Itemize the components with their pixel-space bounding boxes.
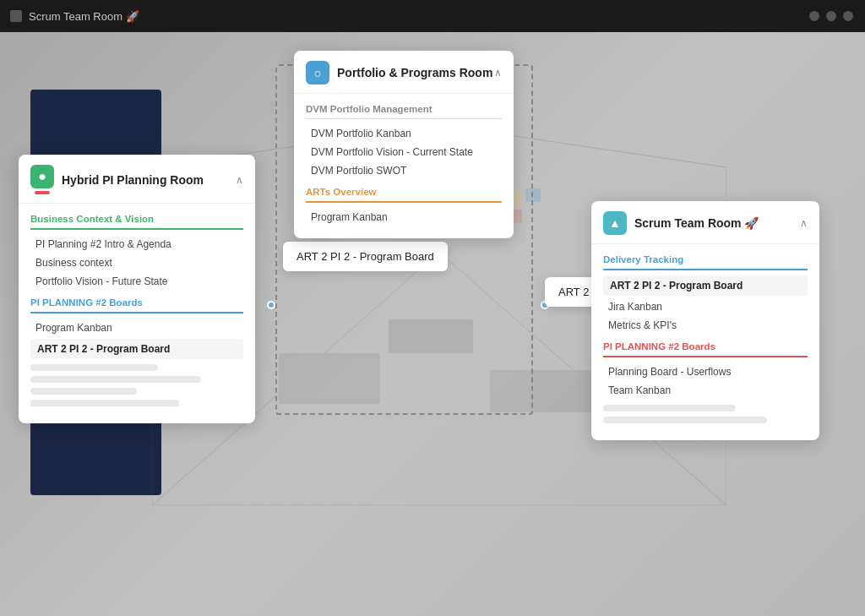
- hybrid-item-1-1[interactable]: PI Planning #2 Intro & Agenda: [30, 235, 243, 253]
- hybrid-avatar-wrap: ●: [30, 165, 54, 194]
- scrum-card-body: Delivery Tracking ART 2 PI 2 - Program B…: [591, 244, 819, 440]
- program-board-center-text: ART 2 PI 2 - Program Board: [296, 250, 434, 263]
- scrum-placeholder-2: [603, 417, 767, 423]
- hybrid-placeholder-3: [30, 388, 137, 395]
- topbar: Scrum Team Room 🚀: [0, 0, 865, 32]
- scrum-item-1-1-active[interactable]: ART 2 PI 2 - Program Board: [603, 275, 808, 296]
- hybrid-item-1-2[interactable]: Business context: [30, 253, 243, 272]
- close-button[interactable]: [843, 11, 853, 21]
- connection-dot-left: [267, 301, 275, 309]
- scrum-card-header-left: ▲ Scrum Team Room 🚀: [603, 211, 759, 235]
- hybrid-card-title: Hybrid PI Planning Room: [62, 173, 204, 187]
- scrum-placeholder-1: [603, 405, 736, 412]
- scrum-item-2-1[interactable]: Planning Board - Userflows: [603, 363, 808, 381]
- scrum-avatar: ▲: [603, 211, 627, 235]
- hybrid-placeholder-4: [30, 400, 179, 406]
- hybrid-avatar-dot: [35, 191, 50, 194]
- portfolio-item-1-1[interactable]: DVM Portfolio Kanban: [306, 124, 502, 143]
- hybrid-section-2-label: PI PLANNING #2 Boards: [30, 297, 243, 313]
- hybrid-card-header-left: ● Hybrid PI Planning Room: [30, 165, 204, 194]
- hybrid-avatar: ●: [30, 165, 54, 188]
- maximize-button[interactable]: [826, 11, 836, 21]
- portfolio-card: ○ Portfolio & Programs Room ∧ DVM Portfo…: [294, 51, 514, 238]
- minimize-button[interactable]: [809, 11, 819, 21]
- scrum-section-2-label: PI PLANNING #2 Boards: [603, 341, 808, 357]
- portfolio-avatar: ○: [306, 61, 329, 84]
- hybrid-item-2-1[interactable]: Program Kanban: [30, 319, 243, 337]
- portfolio-card-body: DVM Portfolio Management DVM Portfolio K…: [294, 94, 514, 238]
- window-controls: [809, 11, 853, 21]
- hybrid-section-1-label: Business Context & Vision: [30, 214, 243, 230]
- scrum-card-header: ▲ Scrum Team Room 🚀 ∧: [591, 201, 819, 244]
- scrum-card-title: Scrum Team Room 🚀: [634, 216, 759, 230]
- app-icon: [10, 10, 22, 22]
- hybrid-placeholder-2: [30, 376, 201, 383]
- portfolio-item-1-3[interactable]: DVM Portfolio SWOT: [306, 161, 502, 180]
- portfolio-item-2-1[interactable]: Program Kanban: [306, 208, 502, 226]
- canvas: ● Hybrid PI Planning Room ∧ Business Con…: [0, 32, 865, 616]
- hybrid-item-2-2-active[interactable]: ART 2 PI 2 - Program Board: [30, 339, 243, 359]
- scrum-section-1-label: Delivery Tracking: [603, 254, 808, 270]
- portfolio-section-1-label: DVM Portfolio Management: [306, 104, 502, 119]
- program-board-popup-center[interactable]: ART 2 PI 2 - Program Board: [283, 242, 448, 271]
- portfolio-collapse-icon[interactable]: ∧: [494, 67, 502, 79]
- hybrid-placeholder-1: [30, 364, 158, 371]
- hybrid-planning-card: ● Hybrid PI Planning Room ∧ Business Con…: [19, 155, 255, 423]
- app-title: Scrum Team Room 🚀: [29, 10, 139, 23]
- portfolio-section-2-label: ARTs Overview: [306, 187, 502, 203]
- portfolio-card-title: Portfolio & Programs Room: [337, 66, 492, 79]
- hybrid-collapse-icon[interactable]: ∧: [236, 174, 243, 186]
- portfolio-item-1-2[interactable]: DVM Portfolio Vision - Current State: [306, 143, 502, 161]
- hybrid-card-header: ● Hybrid PI Planning Room ∧: [19, 155, 255, 204]
- scrum-item-1-3[interactable]: Metrics & KPI's: [603, 316, 808, 335]
- portfolio-card-header: ○ Portfolio & Programs Room ∧: [294, 51, 514, 94]
- scrum-collapse-icon[interactable]: ∧: [800, 217, 808, 229]
- hybrid-item-1-3[interactable]: Portfolio Vision - Future State: [30, 272, 243, 291]
- scrum-card: ▲ Scrum Team Room 🚀 ∧ Delivery Tracking …: [591, 201, 819, 440]
- portfolio-card-header-left: ○ Portfolio & Programs Room: [306, 61, 492, 84]
- hybrid-card-body: Business Context & Vision PI Planning #2…: [19, 204, 255, 423]
- scrum-item-1-2[interactable]: Jira Kanban: [603, 297, 808, 316]
- scrum-item-2-2[interactable]: Team Kanban: [603, 381, 808, 400]
